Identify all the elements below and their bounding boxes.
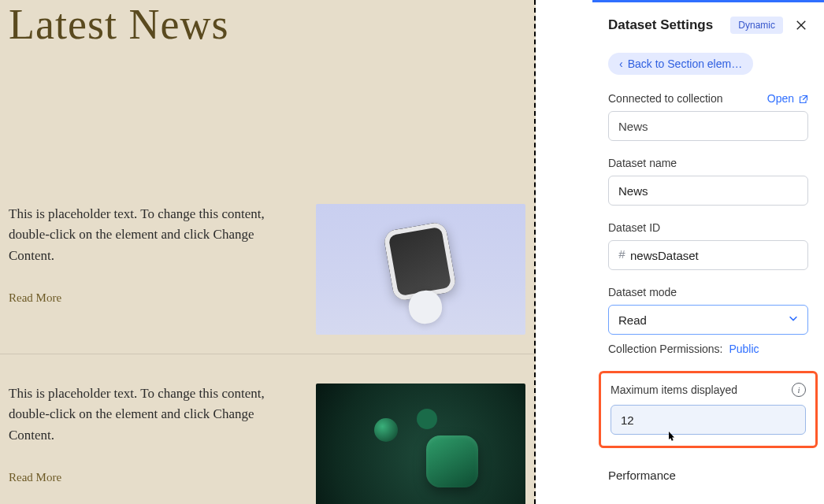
dataset-settings-panel: Dataset Settings Dynamic ‹ Back to Secti… <box>592 0 824 504</box>
canvas-panel-gap <box>536 0 592 504</box>
open-link-label: Open <box>767 92 794 105</box>
connected-collection-label: Connected to collection <box>608 92 723 105</box>
read-more-link[interactable]: Read More <box>9 471 61 484</box>
dataset-id-input[interactable]: # newsDataset <box>608 240 808 270</box>
connected-collection-value[interactable]: News <box>608 111 808 141</box>
open-collection-link[interactable]: Open <box>767 92 808 105</box>
back-label: Back to Section elem… <box>628 57 743 70</box>
dataset-mode-label: Dataset mode <box>608 286 677 298</box>
permissions-link[interactable]: Public <box>729 343 759 355</box>
editor-canvas: Latest News This is placeholder text. To… <box>0 0 536 504</box>
panel-title: Dataset Settings <box>608 17 730 33</box>
collection-permissions-line: Collection Permissions: Public <box>608 343 808 355</box>
dynamic-badge: Dynamic <box>730 17 783 34</box>
news-item-image[interactable] <box>316 204 525 335</box>
news-item: This is placeholder text. To change this… <box>9 354 536 504</box>
max-items-highlight: Maximum items displayed i 12 <box>599 371 818 448</box>
max-items-input[interactable]: 12 <box>611 405 806 435</box>
news-item-body[interactable]: This is placeholder text. To change this… <box>9 384 284 446</box>
news-item: This is placeholder text. To change this… <box>9 175 536 354</box>
dataset-id-label: Dataset ID <box>608 221 660 234</box>
dataset-mode-select[interactable]: Read <box>608 305 808 335</box>
back-to-section-button[interactable]: ‹ Back to Section elem… <box>608 53 753 75</box>
news-item-body[interactable]: This is placeholder text. To change this… <box>9 204 284 266</box>
panel-header: Dataset Settings Dynamic <box>592 2 824 46</box>
read-more-link[interactable]: Read More <box>9 291 61 305</box>
dataset-name-label: Dataset name <box>608 157 677 169</box>
chevron-left-icon: ‹ <box>619 58 623 69</box>
max-items-label: Maximum items displayed <box>611 384 737 396</box>
close-icon[interactable] <box>794 18 808 32</box>
info-icon[interactable]: i <box>792 383 806 397</box>
page-title[interactable]: Latest News <box>9 0 536 49</box>
dataset-name-input[interactable]: News <box>608 176 808 206</box>
external-link-icon <box>799 94 808 103</box>
hash-icon: # <box>618 249 625 262</box>
performance-heading: Performance <box>608 469 808 482</box>
news-item-image[interactable] <box>316 384 525 504</box>
